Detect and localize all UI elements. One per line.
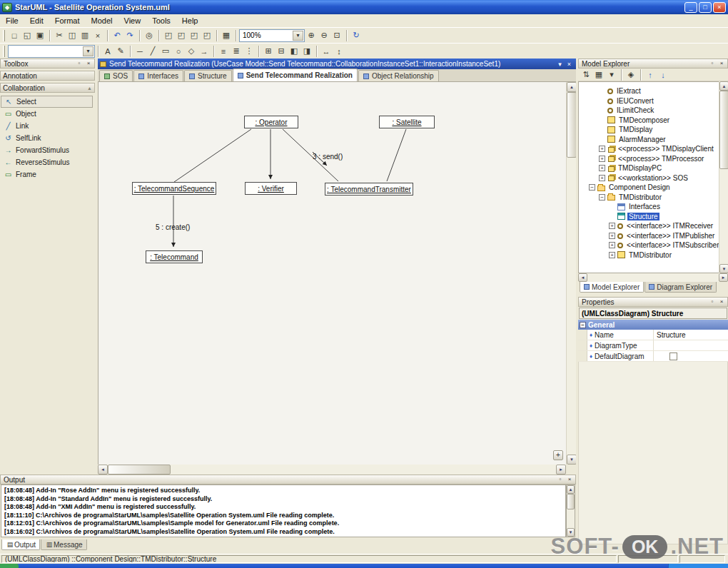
- selected-object[interactable]: (UMLClassDiagram) Structure: [579, 308, 727, 319]
- tab-send-telecommand-realization[interactable]: Send Telecommand Realization: [233, 69, 358, 81]
- menu-format[interactable]: Format: [49, 15, 86, 26]
- zoom-in-icon[interactable]: ⊕: [305, 29, 318, 42]
- model-tree[interactable]: IExtract IEUConvert ILimitCheck TMDecomp…: [578, 81, 728, 273]
- copy-icon[interactable]: ◫: [66, 29, 79, 42]
- rect-shape-icon[interactable]: ▭: [159, 45, 172, 58]
- scroll-right-icon[interactable]: ►: [556, 465, 566, 475]
- scrollbar-thumb[interactable]: [567, 92, 576, 158]
- toolbar-grip[interactable]: [3, 46, 5, 57]
- scroll-up-icon[interactable]: ▲: [719, 81, 728, 91]
- expand-canvas-button[interactable]: +: [553, 450, 563, 460]
- object-node-telecommandsequence[interactable]: : TelecommandSequence: [132, 182, 216, 195]
- object-node-telecommandtransmitter[interactable]: : TelecommandTransmitter: [325, 183, 413, 196]
- toolbox-item-object[interactable]: ▭ Object: [0, 108, 95, 120]
- diagram-title-bar[interactable]: Send Telecommand Realization (UseCase Mo…: [98, 59, 576, 69]
- tree-item[interactable]: Interfaces: [579, 202, 727, 212]
- save-icon[interactable]: ▣: [34, 29, 46, 42]
- tree-item[interactable]: IExtract: [579, 86, 727, 96]
- stereotype-icon[interactable]: ◈: [625, 69, 637, 81]
- close-icon[interactable]: ×: [84, 60, 93, 68]
- minimize-button[interactable]: _: [684, 2, 697, 13]
- property-value[interactable]: Structure: [654, 330, 728, 340]
- edge-operator-telecommandsequence[interactable]: [174, 129, 251, 182]
- general-section-header[interactable]: General: [578, 320, 728, 330]
- send-to-back-icon[interactable]: ◨: [300, 45, 313, 58]
- close-icon[interactable]: ×: [717, 298, 726, 306]
- ellipse-shape-icon[interactable]: ○: [172, 45, 185, 58]
- pin-icon[interactable]: ▫: [708, 60, 717, 68]
- window-layout-icon[interactable]: ◰: [201, 29, 213, 42]
- toolbox-group-annotation[interactable]: Annotation: [0, 71, 95, 81]
- edge-satellite-telecommandtransmitter[interactable]: [387, 129, 406, 181]
- font-icon[interactable]: A: [101, 45, 114, 58]
- menu-view[interactable]: View: [118, 15, 147, 26]
- tab-message[interactable]: ▥ Message: [41, 539, 87, 550]
- chevron-down-icon[interactable]: ▾: [293, 31, 303, 41]
- tree-item[interactable]: <<interface>> ITMPublisher: [579, 231, 727, 241]
- output-vertical-scrollbar[interactable]: ▲ ▼: [566, 485, 575, 537]
- start-button-sliver[interactable]: [0, 564, 19, 568]
- expand-icon[interactable]: [609, 233, 615, 239]
- canvas-vertical-scrollbar[interactable]: ▲ ▼: [566, 82, 576, 465]
- property-value[interactable]: [654, 340, 728, 350]
- object-node-telecommand[interactable]: : Telecommand: [146, 250, 203, 263]
- collapse-icon[interactable]: [589, 184, 595, 191]
- oblique-line-icon[interactable]: ╱: [146, 45, 159, 58]
- object-node-satellite[interactable]: : Satellite: [379, 116, 435, 128]
- toolbox-item-forwardstimulus[interactable]: → ForwardStimulus: [0, 144, 95, 156]
- expand-icon[interactable]: [609, 252, 615, 258]
- scroll-up-icon[interactable]: ▲: [87, 86, 92, 91]
- close-button[interactable]: ×: [713, 2, 726, 13]
- tab-model-explorer[interactable]: Model Explorer: [580, 282, 644, 293]
- zoom-select[interactable]: 100% ▾: [239, 29, 305, 42]
- scroll-right-icon[interactable]: ►: [719, 273, 728, 282]
- scroll-up-icon[interactable]: ▲: [567, 485, 575, 494]
- style-select[interactable]: ▾: [8, 45, 95, 58]
- default-diagram-checkbox[interactable]: [669, 353, 677, 360]
- delete-icon[interactable]: ×: [91, 29, 104, 42]
- toolbar-grip[interactable]: [3, 30, 5, 41]
- tree-horizontal-scrollbar[interactable]: ◄ ►: [578, 273, 728, 282]
- arrow-shape-icon[interactable]: →: [198, 45, 211, 58]
- align-center-icon[interactable]: ≣: [230, 45, 243, 58]
- tab-structure[interactable]: Structure: [184, 70, 232, 81]
- new-icon[interactable]: □: [8, 29, 21, 42]
- window-layout-icon[interactable]: ◰: [162, 29, 175, 42]
- tree-item[interactable]: AlarmManager: [579, 135, 727, 145]
- pin-icon[interactable]: ▫: [708, 298, 717, 306]
- sort-icon[interactable]: ⇅: [580, 69, 592, 81]
- tree-item[interactable]: <<process>> TMProcessor: [579, 154, 727, 164]
- property-row-diagramtype[interactable]: ♦ DiagramType: [578, 340, 728, 351]
- tree-item[interactable]: <<interface>> ITMSubscriber: [579, 240, 727, 250]
- paste-icon[interactable]: ▥: [79, 29, 91, 42]
- flip-vertical-icon[interactable]: ↕: [333, 45, 345, 58]
- align-left-icon[interactable]: ≡: [217, 45, 230, 58]
- scroll-left-icon[interactable]: ◄: [578, 273, 587, 282]
- menu-tools[interactable]: Tools: [146, 15, 176, 26]
- collapse-icon[interactable]: [599, 194, 605, 201]
- diamond-shape-icon[interactable]: ◇: [185, 45, 198, 58]
- tab-object-relationship[interactable]: Object Relationship: [358, 70, 439, 81]
- redo-icon[interactable]: ↷: [123, 29, 136, 42]
- refresh-icon[interactable]: ↻: [350, 29, 363, 42]
- canvas-horizontal-scrollbar[interactable]: ◄ ►: [98, 465, 566, 475]
- zoom-fit-icon[interactable]: ⊡: [330, 29, 343, 42]
- titlebar[interactable]: ◆ StarUML - Satellite Operation System.u…: [0, 0, 728, 14]
- diagram-canvas[interactable]: : Operator : Satellite : TelecommandSequ…: [98, 82, 576, 465]
- line-style-icon[interactable]: ─: [133, 45, 146, 58]
- ungroup-icon[interactable]: ⊟: [275, 45, 288, 58]
- tree-item-selected[interactable]: Structure: [579, 212, 727, 222]
- tree-item[interactable]: <<interface>> ITMReceiver: [579, 221, 727, 231]
- move-down-icon[interactable]: ↓: [657, 69, 669, 81]
- toolbox-item-reversestimulus[interactable]: ← ReverseStimulus: [0, 156, 95, 168]
- scroll-left-icon[interactable]: ◄: [98, 465, 108, 475]
- scrollbar-thumb[interactable]: [719, 91, 728, 169]
- bring-to-front-icon[interactable]: ◧: [288, 45, 300, 58]
- tab-diagram-explorer[interactable]: Diagram Explorer: [644, 282, 717, 293]
- stimulus-label-create[interactable]: 5 : create(): [156, 223, 190, 231]
- flip-horizontal-icon[interactable]: ↔: [320, 45, 333, 58]
- find-icon[interactable]: ◎: [143, 29, 156, 42]
- chevron-down-icon[interactable]: ▾: [555, 61, 565, 68]
- tree-item[interactable]: ILimitCheck: [579, 106, 727, 116]
- menu-file[interactable]: File: [0, 15, 24, 26]
